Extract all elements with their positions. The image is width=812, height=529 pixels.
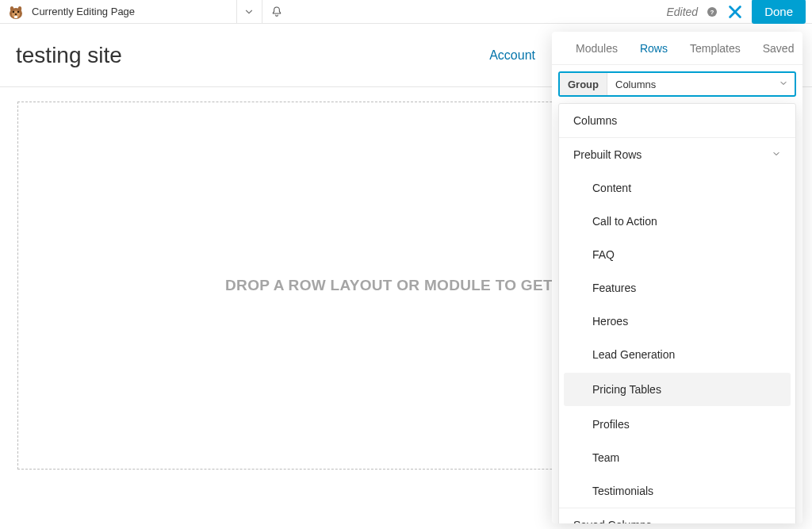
group-select[interactable]: Group Columns [558, 71, 796, 97]
dropdown-heroes[interactable]: Heroes [559, 305, 795, 338]
chevron-down-icon [772, 148, 781, 161]
drop-area-placeholder: DROP A ROW LAYOUT OR MODULE TO GET STA [225, 277, 587, 294]
edited-status: Edited [666, 6, 698, 18]
dropdown-pricing-tables[interactable]: Pricing Tables [564, 373, 791, 406]
beaver-logo [6, 2, 25, 21]
chevron-down-icon [243, 6, 255, 17]
svg-point-6 [10, 6, 13, 11]
done-button[interactable]: Done [752, 0, 806, 24]
site-title[interactable]: testing site [16, 43, 122, 68]
nav-account[interactable]: Account [489, 48, 535, 63]
dropdown-prebuilt-rows[interactable]: Prebuilt Rows [559, 137, 795, 171]
dropdown-saved-columns[interactable]: Saved Columns [559, 508, 795, 523]
dropdown-content[interactable]: Content [559, 171, 795, 205]
dropdown-testimonials[interactable]: Testimonials [559, 474, 795, 508]
group-dropdown: Columns Prebuilt Rows Content Call to Ac… [558, 103, 796, 523]
notifications-button[interactable] [262, 0, 291, 24]
editing-page-label: Currently Editing Page [32, 6, 135, 17]
group-select-label: Group [560, 73, 607, 95]
bell-icon [270, 6, 283, 18]
dropdown-profiles[interactable]: Profiles [559, 408, 795, 441]
dropdown-columns[interactable]: Columns [559, 104, 795, 137]
close-panel-button[interactable] [726, 3, 744, 21]
svg-point-5 [15, 13, 17, 15]
page-chevron-button[interactable] [236, 0, 261, 24]
tab-modules[interactable]: Modules [565, 32, 629, 64]
tab-saved[interactable]: Saved [752, 32, 802, 64]
dropdown-lead-generation[interactable]: Lead Generation [559, 338, 795, 371]
svg-text:?: ? [710, 8, 714, 15]
svg-point-3 [13, 10, 14, 12]
panel-tabs: Modules Rows Templates Saved [552, 32, 802, 65]
svg-point-4 [17, 10, 19, 12]
dropdown-prebuilt-rows-label: Prebuilt Rows [573, 148, 642, 161]
dropdown-faq[interactable]: FAQ [559, 238, 795, 271]
dropdown-features[interactable]: Features [559, 271, 795, 305]
help-icon[interactable]: ? [706, 6, 718, 18]
admin-bar: Currently Editing Page Edited ? Done [0, 0, 812, 24]
dropdown-call-to-action[interactable]: Call to Action [559, 205, 795, 238]
chevron-down-icon [779, 77, 795, 91]
tab-templates[interactable]: Templates [679, 32, 752, 64]
svg-point-7 [18, 6, 21, 11]
tab-rows[interactable]: Rows [629, 32, 679, 64]
dropdown-team[interactable]: Team [559, 441, 795, 474]
group-select-value: Columns [607, 79, 779, 90]
svg-rect-2 [14, 16, 17, 18]
builder-panel: Modules Rows Templates Saved Group Colum… [552, 32, 802, 523]
